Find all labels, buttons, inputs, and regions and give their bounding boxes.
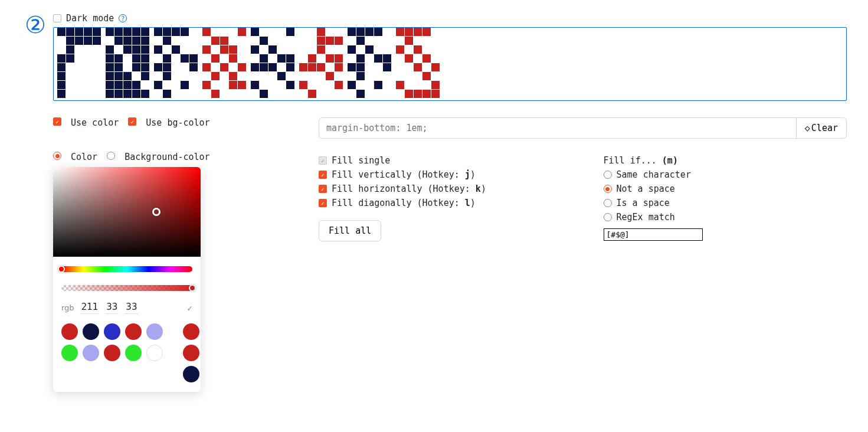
rgb-r-input[interactable]: 211 [80, 302, 100, 314]
letter-H [251, 28, 294, 98]
fillif-same-label: Same character [617, 169, 691, 180]
use-color-label: Use color [71, 117, 119, 128]
rgb-b-input[interactable]: 33 [125, 302, 138, 314]
dark-mode-checkbox[interactable] [53, 14, 61, 22]
bg-mode-radio[interactable] [107, 152, 115, 160]
rgb-g-input[interactable]: 33 [105, 302, 119, 314]
fill-all-button[interactable]: Fill all [319, 220, 381, 241]
swatch[interactable] [146, 345, 163, 361]
swatch[interactable] [83, 323, 99, 340]
rgb-label[interactable]: rgb [61, 303, 74, 312]
fill-vertical-checkbox[interactable] [319, 171, 327, 179]
fill-if-title: Fill if... (m) [604, 155, 847, 166]
hue-slider[interactable] [61, 266, 192, 272]
extra-css-input[interactable] [319, 117, 797, 139]
fillif-isspace-label: Is a space [617, 198, 670, 208]
fillif-same-radio[interactable] [604, 171, 612, 179]
saturation-value-area[interactable] [53, 167, 201, 257]
fill-horizontal-label: Fill horizontally (Hotkey: k) [332, 184, 486, 194]
swatch[interactable] [125, 323, 142, 340]
eraser-icon: ◇ [805, 123, 810, 133]
dark-mode-label: Dark mode [66, 13, 114, 24]
alpha-slider[interactable] [61, 285, 192, 291]
fillif-regex-radio[interactable] [604, 213, 612, 221]
fill-single-checkbox [319, 156, 327, 165]
letter-D [396, 28, 440, 98]
swatch[interactable] [183, 323, 199, 340]
swatch[interactable] [104, 323, 120, 340]
fillif-notspace-label: Not a space [617, 184, 675, 194]
letter-E [106, 28, 149, 98]
letter-R [154, 28, 198, 98]
swatch[interactable] [183, 366, 199, 382]
clear-button[interactable]: ◇Clear [797, 117, 847, 139]
color-picker: rgb 211 33 33 ✓ [53, 167, 201, 392]
fill-vertical-label: Fill vertically (Hotkey: j) [332, 169, 476, 180]
fill-single-label: Fill single [332, 155, 390, 166]
bg-mode-label: Background-color [125, 152, 210, 162]
fill-diagonal-checkbox[interactable] [319, 199, 327, 207]
fill-horizontal-checkbox[interactable] [319, 185, 327, 193]
fillif-isspace-radio[interactable] [604, 199, 612, 207]
regex-input[interactable] [604, 228, 703, 241]
swatch[interactable] [125, 345, 142, 361]
step-number-badge: ② [25, 13, 46, 37]
fillif-regex-label: RegEx match [617, 212, 675, 222]
use-bg-checkbox[interactable] [128, 117, 136, 126]
letter-N [202, 28, 246, 98]
letter-A [299, 28, 343, 98]
color-mode-radio[interactable] [53, 152, 61, 160]
swatch[interactable] [183, 345, 199, 361]
swatch[interactable] [61, 323, 78, 340]
letter-R [348, 28, 391, 98]
preview-canvas[interactable] [53, 27, 847, 101]
fillif-notspace-radio[interactable] [604, 185, 612, 193]
letter-F [57, 28, 101, 98]
use-color-checkbox[interactable] [53, 117, 61, 126]
swatch[interactable] [104, 345, 120, 361]
swatch[interactable] [61, 345, 78, 361]
color-mode-label: Color [71, 152, 97, 162]
help-icon[interactable]: ? [119, 14, 127, 22]
swatch[interactable] [83, 345, 99, 361]
fill-diagonal-label: Fill diagonally (Hotkey: l) [332, 198, 476, 208]
check-icon[interactable]: ✓ [188, 303, 192, 313]
swatch[interactable] [146, 323, 163, 340]
use-bg-label: Use bg-color [146, 117, 209, 128]
